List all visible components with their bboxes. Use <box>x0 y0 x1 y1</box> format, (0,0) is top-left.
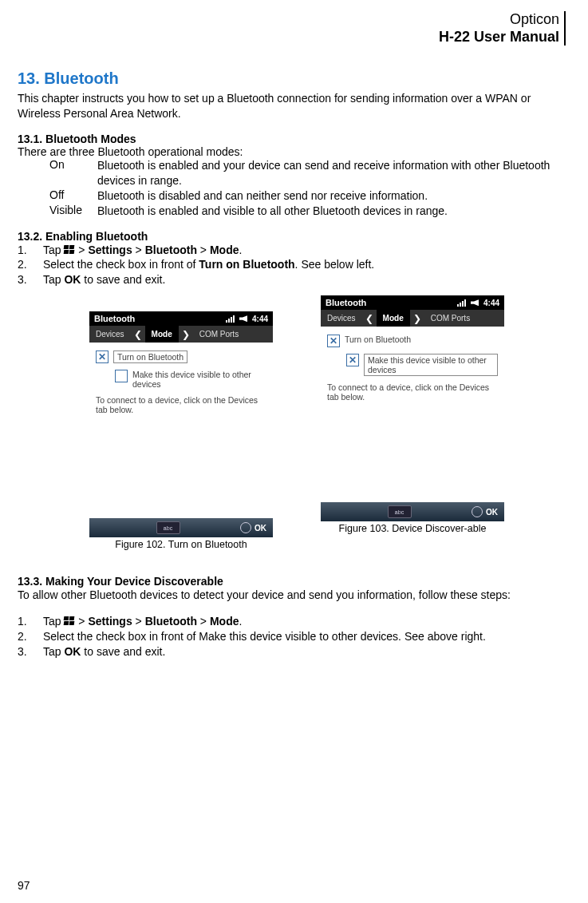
phone-tabs: Devices ❮ Mode ❯ COM Ports <box>89 326 273 343</box>
checkbox-label: Make this device visible to other device… <box>364 354 498 376</box>
step-content: Tap OK to save and exit. <box>43 272 566 287</box>
chapter-title: 13. Bluetooth <box>18 69 566 88</box>
section-13-3-head: 13.3. Making Your Device Discoverable <box>18 575 566 588</box>
step-number: 3. <box>18 272 43 287</box>
figure-102: Bluetooth 4:44 Devices ❮ Mode ❯ COM Port… <box>89 311 273 551</box>
mode-desc: Bluetooth is disabled and can neither se… <box>97 188 566 204</box>
figure-caption: Figure 102. Turn on Bluetooth <box>89 539 273 551</box>
signal-icon <box>226 315 235 323</box>
step-number: 2. <box>18 629 43 644</box>
ok-button[interactable]: OK <box>240 522 266 533</box>
mode-row-on: On Bluetooth is enabled and your device … <box>18 158 566 188</box>
phone-body: Turn on Bluetooth Make this device visib… <box>321 327 504 502</box>
phone-title: Bluetooth <box>94 314 135 323</box>
step-content: Tap > Settings > Bluetooth > Mode. <box>43 614 566 629</box>
checkbox-row-turn-on: Turn on Bluetooth <box>327 335 498 347</box>
step-row: 1. Tap > Settings > Bluetooth > Mode. <box>18 614 566 629</box>
tab-mode[interactable]: Mode <box>377 310 410 327</box>
ok-button[interactable]: OK <box>472 506 498 517</box>
chevron-left-icon[interactable]: ❮ <box>131 329 145 340</box>
ok-circle-icon <box>472 506 483 517</box>
ok-circle-icon <box>240 522 251 533</box>
tab-comports[interactable]: COM Ports <box>193 326 245 343</box>
step-number: 2. <box>18 257 43 272</box>
step-row: 1. Tap > Settings > Bluetooth > Mode. <box>18 243 566 258</box>
phone-time: 4:44 <box>483 299 499 307</box>
page-number: 97 <box>18 879 30 892</box>
figure-caption: Figure 103. Device Discover-able <box>321 523 504 535</box>
phone-help-text: To connect to a device, click on the Dev… <box>96 395 266 414</box>
phone-tabs: Devices ❮ Mode ❯ COM Ports <box>321 310 504 327</box>
checkbox-row-visible: Make this device visible to other device… <box>115 370 266 389</box>
header-line2: H-22 User Manual <box>18 29 559 46</box>
header-line1: Opticon <box>18 11 559 29</box>
page-header: Opticon H-22 User Manual <box>18 11 566 46</box>
phone-body: Turn on Bluetooth Make this device visib… <box>89 343 273 518</box>
speaker-icon <box>471 299 479 306</box>
checkbox-turn-on-bluetooth[interactable] <box>96 351 109 363</box>
checkbox-label: Turn on Bluetooth <box>113 351 187 363</box>
step-row: 2. Select the check box in front of Make… <box>18 629 566 644</box>
figures-row: Bluetooth 4:44 Devices ❮ Mode ❯ COM Port… <box>89 311 566 551</box>
figure-103: Bluetooth 4:44 Devices ❮ Mode ❯ COM Port… <box>321 295 504 551</box>
step-row: 3. Tap OK to save and exit. <box>18 644 566 659</box>
checkbox-make-visible[interactable] <box>115 370 128 382</box>
step-content: Select the check box in front of Turn on… <box>43 257 566 272</box>
section-13-1-intro: There are three Bluetooth operational mo… <box>18 145 566 158</box>
step-content: Tap OK to save and exit. <box>43 644 566 659</box>
step-number: 3. <box>18 644 43 659</box>
windows-flag-icon <box>64 616 75 626</box>
sip-keyboard-button[interactable]: abc <box>156 521 180 534</box>
mode-label: On <box>49 158 97 188</box>
phone-screenshot-2: Bluetooth 4:44 Devices ❮ Mode ❯ COM Port… <box>321 295 504 521</box>
mode-label: Off <box>49 188 97 204</box>
checkbox-label: Make this device visible to other device… <box>132 370 266 389</box>
phone-softbar: abc OK <box>89 518 273 537</box>
speaker-icon <box>239 315 247 322</box>
phone-titlebar: Bluetooth 4:44 <box>321 295 504 310</box>
checkbox-make-visible[interactable] <box>346 354 359 366</box>
windows-flag-icon <box>64 245 75 255</box>
step-content: Select the check box in front of Make th… <box>43 629 566 644</box>
phone-time: 4:44 <box>252 315 268 323</box>
modes-list: On Bluetooth is enabled and your device … <box>18 158 566 219</box>
section-13-2-head: 13.2. Enabling Bluetooth <box>18 230 566 243</box>
chevron-right-icon[interactable]: ❯ <box>179 329 193 340</box>
checkbox-turn-on-bluetooth[interactable] <box>327 335 340 347</box>
phone-title: Bluetooth <box>326 298 366 307</box>
step-content: Tap > Settings > Bluetooth > Mode. <box>43 243 566 258</box>
tab-mode[interactable]: Mode <box>145 326 179 343</box>
phone-titlebar: Bluetooth 4:44 <box>89 311 273 326</box>
section-13-1-head: 13.1. Bluetooth Modes <box>18 133 566 145</box>
mode-row-visible: Visible Bluetooth is enabled and visible… <box>18 204 566 219</box>
phone-softbar: abc OK <box>321 502 504 521</box>
step-row: 3. Tap OK to save and exit. <box>18 272 566 287</box>
mode-desc: Bluetooth is enabled and your device can… <box>97 158 566 188</box>
step-row: 2. Select the check box in front of Turn… <box>18 257 566 272</box>
mode-row-off: Off Bluetooth is disabled and can neithe… <box>18 188 566 204</box>
checkbox-row-turn-on: Turn on Bluetooth <box>96 351 266 363</box>
tab-devices[interactable]: Devices <box>321 310 362 327</box>
checkbox-row-visible: Make this device visible to other device… <box>346 354 498 376</box>
chevron-right-icon[interactable]: ❯ <box>410 313 424 324</box>
mode-desc: Bluetooth is enabled and visible to all … <box>97 204 566 219</box>
mode-label: Visible <box>49 204 97 219</box>
tab-comports[interactable]: COM Ports <box>424 310 476 327</box>
section-13-3-intro: To allow other Bluetooth devices to dete… <box>18 588 566 603</box>
phone-screenshot-1: Bluetooth 4:44 Devices ❮ Mode ❯ COM Port… <box>89 311 273 537</box>
step-number: 1. <box>18 614 43 629</box>
sip-keyboard-button[interactable]: abc <box>388 505 412 518</box>
checkbox-label: Turn on Bluetooth <box>345 335 411 344</box>
step-number: 1. <box>18 243 43 258</box>
tab-devices[interactable]: Devices <box>89 326 131 343</box>
phone-help-text: To connect to a device, click on the Dev… <box>327 382 498 402</box>
chevron-left-icon[interactable]: ❮ <box>362 313 377 324</box>
chapter-intro: This chapter instructs you how to set up… <box>18 91 566 121</box>
signal-icon <box>457 299 466 307</box>
